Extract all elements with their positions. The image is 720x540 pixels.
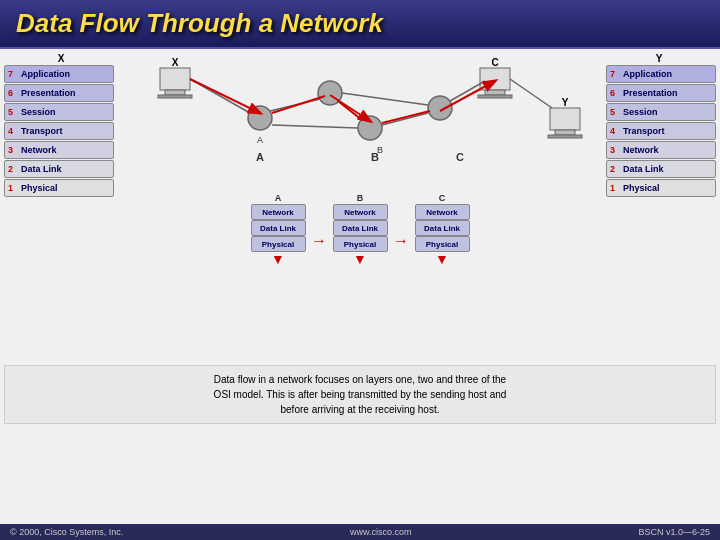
diagram-area: X 7 Application 6 Presentation 5 Session	[4, 53, 716, 363]
right-layer-1: 1 Physical	[606, 179, 716, 197]
node-b-network: Network	[333, 204, 388, 220]
node-c-physical: Physical	[415, 236, 470, 252]
footer: © 2000, Cisco Systems, Inc. www.cisco.co…	[0, 524, 720, 540]
main-content: X 7 Application 6 Presentation 5 Session	[0, 49, 720, 524]
left-layer-4: 4 Transport	[4, 122, 114, 140]
right-layer-3: 3 Network	[606, 141, 716, 159]
left-osi-stack: 7 Application 6 Presentation 5 Session 4…	[4, 65, 114, 197]
title-bar: Data Flow Through a Network	[0, 0, 720, 49]
svg-line-20	[272, 125, 358, 128]
node-c-label: C	[439, 193, 446, 203]
right-osi-stack: 7 Application 6 Presentation 5 Session 4…	[606, 65, 716, 197]
footer-left: © 2000, Cisco Systems, Inc.	[10, 527, 123, 537]
node-c-datalink: Data Link	[415, 220, 470, 236]
node-a-label: A	[275, 193, 282, 203]
node-b-label: B	[357, 193, 364, 203]
svg-line-25	[510, 79, 552, 108]
footer-center: www.cisco.com	[350, 527, 412, 537]
svg-text:A: A	[257, 135, 263, 145]
svg-point-17	[428, 96, 452, 120]
page-wrapper: Data Flow Through a Network X 7 Applicat…	[0, 0, 720, 540]
node-b-wrapper: B Network Data Link Physical ▼	[329, 193, 391, 266]
svg-line-23	[382, 113, 428, 125]
node-a-physical: Physical	[251, 236, 306, 252]
svg-text:B: B	[371, 151, 379, 163]
intermediate-stacks: A Network Data Link Physical ▼ → B Netwo…	[118, 193, 602, 266]
footer-right: BSCN v1.0—6-25	[638, 527, 710, 537]
right-stack-wrapper: Y 7 Application 6 Presentation 5 Session	[602, 53, 716, 363]
arrow-b-to-c: →	[393, 232, 409, 250]
node-a-arrow-down: ▼	[271, 252, 285, 266]
svg-text:C: C	[456, 151, 464, 163]
node-b-datalink: Data Link	[333, 220, 388, 236]
svg-text:X: X	[172, 57, 179, 68]
left-layer-5: 5 Session	[4, 103, 114, 121]
right-layer-2: 2 Data Link	[606, 160, 716, 178]
left-layer-3: 3 Network	[4, 141, 114, 159]
caption-area: Data flow in a network focuses on layers…	[4, 365, 716, 424]
network-diagram-svg: X C Y	[118, 53, 602, 193]
right-layer-6: 6 Presentation	[606, 84, 716, 102]
middle-diagram: X C Y	[118, 53, 602, 363]
left-layer-1: 1 Physical	[4, 179, 114, 197]
page-title: Data Flow Through a Network	[16, 8, 704, 39]
svg-text:C: C	[491, 57, 498, 68]
node-a-datalink: Data Link	[251, 220, 306, 236]
svg-line-22	[342, 93, 428, 105]
svg-rect-5	[485, 90, 505, 95]
svg-rect-2	[158, 95, 192, 98]
svg-rect-1	[165, 90, 185, 95]
node-c-network: Network	[415, 204, 470, 220]
svg-rect-0	[160, 68, 190, 90]
left-layer-6: 6 Presentation	[4, 84, 114, 102]
node-c-arrow-down: ▼	[435, 252, 449, 266]
node-a-network: Network	[251, 204, 306, 220]
node-b-arrow-down: ▼	[353, 252, 367, 266]
node-a-wrapper: A Network Data Link Physical ▼	[247, 193, 309, 266]
svg-text:Y: Y	[562, 97, 569, 108]
left-layer-2: 2 Data Link	[4, 160, 114, 178]
svg-rect-10	[548, 135, 582, 138]
right-layer-4: 4 Transport	[606, 122, 716, 140]
arrow-a-to-b: →	[311, 232, 327, 250]
svg-rect-8	[550, 108, 580, 130]
svg-rect-9	[555, 130, 575, 135]
right-layer-7: 7 Application	[606, 65, 716, 83]
left-stack-wrapper: X 7 Application 6 Presentation 5 Session	[4, 53, 118, 363]
left-layer-7: 7 Application	[4, 65, 114, 83]
svg-text:A: A	[256, 151, 264, 163]
node-c-wrapper: C Network Data Link Physical ▼	[411, 193, 473, 266]
caption-text: Data flow in a network focuses on layers…	[15, 372, 705, 417]
right-layer-5: 5 Session	[606, 103, 716, 121]
right-stack-label: Y	[602, 53, 716, 64]
svg-rect-6	[478, 95, 512, 98]
left-stack-label: X	[4, 53, 118, 64]
node-b-physical: Physical	[333, 236, 388, 252]
